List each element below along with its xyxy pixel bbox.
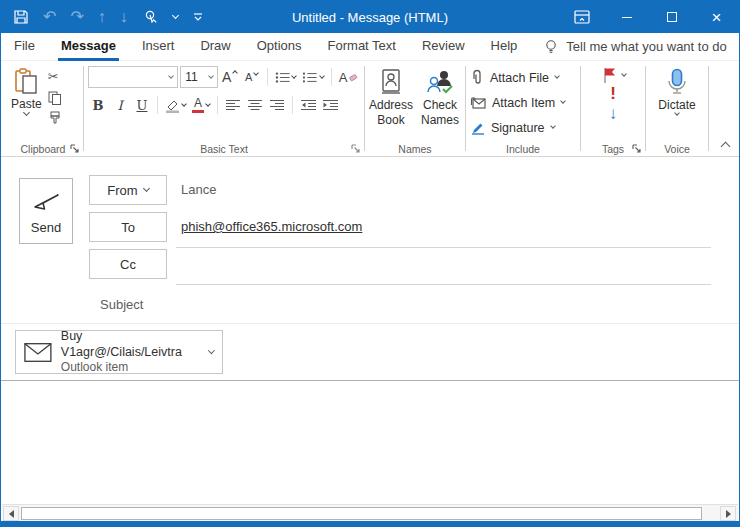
send-button[interactable]: Send: [19, 178, 73, 244]
cc-button[interactable]: Cc: [89, 249, 167, 279]
from-dropdown-icon: [143, 185, 150, 192]
minimize-button[interactable]: [604, 1, 649, 33]
numbering-icon: [302, 71, 318, 84]
italic-button[interactable]: I: [110, 95, 130, 115]
title-bar: ↶ ↷ ↑ ↓ Untitled - Message (HTML) ×: [1, 1, 739, 33]
copy-icon[interactable]: [48, 91, 62, 105]
align-left-button[interactable]: [223, 95, 243, 115]
tell-me-box[interactable]: Tell me what you want to do: [544, 39, 726, 55]
high-importance-button[interactable]: !: [610, 85, 616, 104]
numbering-button[interactable]: [300, 67, 326, 87]
scrollbar-thumb[interactable]: [21, 507, 702, 520]
tab-insert[interactable]: Insert: [129, 33, 188, 61]
align-right-button[interactable]: [267, 95, 287, 115]
bold-button[interactable]: B: [88, 95, 108, 115]
subject-label: Subject: [100, 297, 143, 312]
attachment-dropdown-icon[interactable]: [208, 347, 215, 354]
scroll-right-button[interactable]: [720, 506, 736, 521]
underline-button[interactable]: U: [132, 95, 152, 115]
cut-icon[interactable]: ✂: [48, 69, 62, 84]
paperclip-icon: [470, 69, 484, 86]
basic-text-dialog-launcher-icon[interactable]: [351, 144, 361, 154]
ribbon: Paste ✂ Clipboard 11: [1, 61, 739, 157]
attachment-card[interactable]: Buy V1agr@/Cilais/Leivtra Outlook item: [15, 330, 223, 374]
align-center-icon: [248, 99, 262, 111]
decrease-indent-button[interactable]: [298, 95, 318, 115]
redo-icon[interactable]: ↷: [70, 9, 83, 25]
signature-label: Signature: [491, 121, 545, 135]
tab-format-text[interactable]: Format Text: [315, 33, 409, 61]
move-down-icon[interactable]: ↓: [120, 9, 128, 25]
tab-review[interactable]: Review: [409, 33, 478, 61]
paste-icon: [13, 68, 39, 95]
close-button[interactable]: ×: [694, 1, 739, 33]
font-name-combobox[interactable]: [88, 66, 178, 88]
highlight-button[interactable]: [163, 95, 188, 115]
collapse-ribbon-icon[interactable]: [721, 142, 731, 152]
group-basic-text: 11 A A: [84, 61, 364, 156]
compose-area: Send From Lance To phish@office365.micro…: [1, 158, 739, 504]
include-group-label: Include: [466, 143, 580, 155]
grow-font-button[interactable]: A: [220, 67, 240, 87]
address-book-button[interactable]: Address Book: [367, 66, 415, 130]
group-tags: ! ↓ Tags: [581, 61, 645, 156]
touch-mode-dropdown-icon[interactable]: [173, 16, 178, 18]
envelope-icon: [24, 342, 52, 363]
message-body[interactable]: [1, 381, 739, 504]
font-size-combobox[interactable]: 11: [180, 66, 217, 88]
voice-group-label: Voice: [646, 143, 708, 155]
scroll-left-button[interactable]: [3, 506, 19, 521]
signature-button[interactable]: Signature: [470, 115, 576, 140]
to-button[interactable]: To: [89, 212, 167, 242]
align-left-icon: [226, 99, 240, 111]
group-clipboard: Paste ✂ Clipboard: [3, 61, 83, 156]
font-color-button[interactable]: A: [190, 95, 212, 115]
bullets-icon: [275, 71, 291, 84]
group-include: Attach File Attach Item Signature Includ…: [466, 61, 580, 156]
tab-message[interactable]: Message: [48, 33, 129, 61]
attach-item-button[interactable]: Attach Item: [470, 90, 576, 115]
cc-label: Cc: [120, 257, 136, 272]
undo-icon[interactable]: ↶: [43, 9, 56, 25]
address-book-label: Address Book: [369, 98, 413, 128]
outlook-message-window: ↶ ↷ ↑ ↓ Untitled - Message (HTML) × File…: [0, 0, 740, 527]
attach-file-button[interactable]: Attach File: [470, 65, 576, 90]
check-names-button[interactable]: Check Names: [417, 66, 463, 130]
increase-indent-button[interactable]: [320, 95, 340, 115]
ribbon-display-options-button[interactable]: [559, 1, 604, 33]
increase-indent-icon: [323, 99, 338, 111]
signature-icon: [470, 120, 485, 135]
tab-options[interactable]: Options: [244, 33, 315, 61]
tab-draw[interactable]: Draw: [187, 33, 243, 61]
horizontal-scrollbar[interactable]: [2, 504, 738, 521]
format-painter-icon[interactable]: [48, 111, 62, 125]
to-value[interactable]: phish@office365.microsoft.com: [181, 219, 362, 234]
touch-mouse-mode-icon[interactable]: [142, 9, 159, 26]
to-field-underline: [176, 247, 711, 248]
maximize-button[interactable]: [649, 1, 694, 33]
from-value: Lance: [181, 182, 216, 197]
tags-dialog-launcher-icon[interactable]: [632, 144, 642, 154]
clipboard-dialog-launcher-icon[interactable]: [70, 144, 80, 154]
tab-file[interactable]: File: [1, 33, 48, 61]
align-center-button[interactable]: [245, 95, 265, 115]
shrink-font-button[interactable]: A: [242, 67, 262, 87]
attach-item-label: Attach Item: [492, 96, 555, 110]
close-icon: ×: [712, 9, 722, 26]
from-button[interactable]: From: [89, 175, 167, 205]
bullets-button[interactable]: [273, 67, 299, 87]
clear-formatting-button[interactable]: A: [337, 67, 360, 87]
follow-up-button[interactable]: [601, 66, 626, 84]
scroll-left-icon: [9, 510, 14, 518]
tab-help[interactable]: Help: [478, 33, 531, 61]
paste-button[interactable]: Paste: [7, 66, 46, 117]
dictate-button[interactable]: Dictate: [650, 66, 704, 117]
save-icon[interactable]: [13, 9, 29, 25]
low-importance-button[interactable]: ↓: [609, 105, 618, 124]
quick-access-toolbar: ↶ ↷ ↑ ↓: [1, 9, 204, 26]
attachment-subtitle: Outlook item: [61, 360, 196, 375]
window-controls: ×: [559, 1, 739, 33]
highlighter-icon: [165, 98, 180, 113]
customize-qat-icon[interactable]: [192, 11, 204, 23]
move-up-icon[interactable]: ↑: [98, 9, 106, 25]
